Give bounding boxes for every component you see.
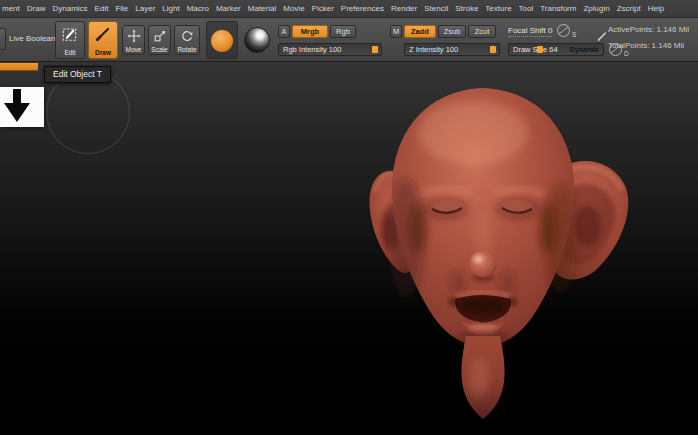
mrgb-button[interactable]: Mrgb bbox=[292, 25, 328, 38]
zsub-button[interactable]: Zsub bbox=[438, 25, 466, 38]
brush-stroke-icon bbox=[211, 30, 233, 52]
draw-size-slider[interactable]: Draw Size 64 Dynamic bbox=[508, 43, 604, 56]
rotate-icon bbox=[180, 29, 194, 47]
z-intensity-slider[interactable]: Z Intensity 100 bbox=[404, 43, 500, 56]
sculpt-model-head[interactable] bbox=[348, 78, 638, 435]
menu-item-stroke[interactable]: Stroke bbox=[454, 4, 479, 13]
focal-shift-curve-icon[interactable] bbox=[556, 23, 572, 39]
edit-button[interactable]: Edit bbox=[55, 21, 85, 59]
chin bbox=[457, 332, 509, 419]
move-button-label: Move bbox=[126, 47, 142, 54]
m-button[interactable]: M bbox=[390, 25, 402, 38]
partial-left-button[interactable] bbox=[0, 28, 6, 50]
edit-object-tooltip: Edit Object T bbox=[44, 66, 111, 83]
scale-icon bbox=[153, 29, 167, 47]
menu-item-marker[interactable]: Marker bbox=[215, 4, 242, 13]
zadd-button[interactable]: Zadd bbox=[404, 25, 436, 38]
menu-item-document[interactable]: ment bbox=[1, 4, 21, 13]
menu-item-zplugin[interactable]: Zplugin bbox=[582, 4, 610, 13]
draw-button[interactable]: Draw bbox=[88, 21, 118, 59]
edit-button-label: Edit bbox=[64, 50, 75, 57]
current-tool-thumbnail[interactable] bbox=[0, 87, 44, 127]
tooltip-text: Edit Object T bbox=[53, 69, 102, 79]
menu-item-movie[interactable]: Movie bbox=[282, 4, 305, 13]
rgb-intensity-handle[interactable] bbox=[372, 46, 378, 53]
channel-a-label: A bbox=[281, 28, 286, 36]
menu-item-zscript[interactable]: Zscript bbox=[616, 4, 642, 13]
draw-size-handle[interactable] bbox=[537, 46, 543, 53]
menu-item-file[interactable]: File bbox=[114, 4, 129, 13]
stroke-type-button[interactable] bbox=[206, 21, 238, 59]
menu-item-tool[interactable]: Tool bbox=[518, 4, 535, 13]
menubar: ment Draw Dynamics Edit File Layer Light… bbox=[0, 0, 698, 18]
draw-size-label: Draw Size 64 bbox=[513, 46, 558, 54]
focal-shift-slider[interactable]: Focal Shift 0 bbox=[508, 27, 552, 37]
menu-item-preferences[interactable]: Preferences bbox=[340, 4, 385, 13]
draw-button-label: Draw bbox=[95, 50, 111, 57]
rotate-button[interactable]: Rotate bbox=[174, 25, 200, 55]
points-pencil-icon bbox=[596, 28, 608, 46]
menu-item-help[interactable]: Help bbox=[647, 4, 665, 13]
menu-item-layer[interactable]: Layer bbox=[134, 4, 156, 13]
move-icon bbox=[127, 29, 141, 47]
zcut-button[interactable]: Zcut bbox=[468, 25, 496, 38]
tool-arrow-icon bbox=[0, 113, 44, 130]
rgb-button[interactable]: Rgb bbox=[330, 25, 356, 38]
rgb-label: Rgb bbox=[336, 28, 350, 36]
menu-item-texture[interactable]: Texture bbox=[484, 4, 512, 13]
menu-item-render[interactable]: Render bbox=[390, 4, 418, 13]
scale-button-label: Scale bbox=[151, 47, 167, 54]
scale-button[interactable]: Scale bbox=[148, 25, 171, 55]
focal-curve-letter: S bbox=[572, 31, 576, 38]
viewport-canvas[interactable]: Edit Object T bbox=[0, 62, 698, 435]
menu-item-light[interactable]: Light bbox=[161, 4, 180, 13]
zsub-label: Zsub bbox=[444, 28, 461, 36]
total-points-stat: TotalPoints: 1.146 Mil bbox=[608, 42, 684, 50]
rgb-intensity-label: Rgb Intensity 100 bbox=[283, 46, 341, 54]
draw-size-curve-letter: D bbox=[624, 50, 629, 57]
menu-item-stencil[interactable]: Stencil bbox=[423, 4, 449, 13]
menu-item-dynamics[interactable]: Dynamics bbox=[51, 4, 88, 13]
active-points-stat: ActivePoints: 1.146 Mil bbox=[608, 26, 689, 34]
z-intensity-label: Z Intensity 100 bbox=[409, 46, 458, 54]
zcut-label: Zcut bbox=[475, 28, 490, 36]
menu-item-transform[interactable]: Transform bbox=[539, 4, 577, 13]
rotate-button-label: Rotate bbox=[177, 47, 196, 54]
dynamic-label[interactable]: Dynamic bbox=[570, 46, 599, 53]
menu-item-material[interactable]: Material bbox=[247, 4, 277, 13]
menu-item-picker[interactable]: Picker bbox=[311, 4, 335, 13]
top-shelf-toolbar: Live Boolean Edit Draw bbox=[0, 18, 698, 62]
z-intensity-handle[interactable] bbox=[490, 46, 496, 53]
zadd-label: Zadd bbox=[411, 28, 429, 36]
left-tray-orange-bar[interactable] bbox=[0, 63, 38, 71]
draw-brush-icon bbox=[94, 25, 112, 47]
menu-item-edit[interactable]: Edit bbox=[94, 4, 110, 13]
move-button[interactable]: Move bbox=[122, 25, 145, 55]
menu-item-draw[interactable]: Draw bbox=[26, 4, 47, 13]
edit-icon bbox=[61, 25, 79, 47]
rgb-intensity-slider[interactable]: Rgb Intensity 100 bbox=[278, 43, 382, 56]
channel-a-button[interactable]: A bbox=[278, 25, 290, 38]
m-label: M bbox=[393, 28, 399, 36]
live-boolean-label[interactable]: Live Boolean bbox=[9, 35, 55, 43]
mrgb-label: Mrgb bbox=[301, 28, 319, 36]
menu-item-macro[interactable]: Macro bbox=[186, 4, 210, 13]
material-sphere-button[interactable] bbox=[244, 27, 270, 53]
